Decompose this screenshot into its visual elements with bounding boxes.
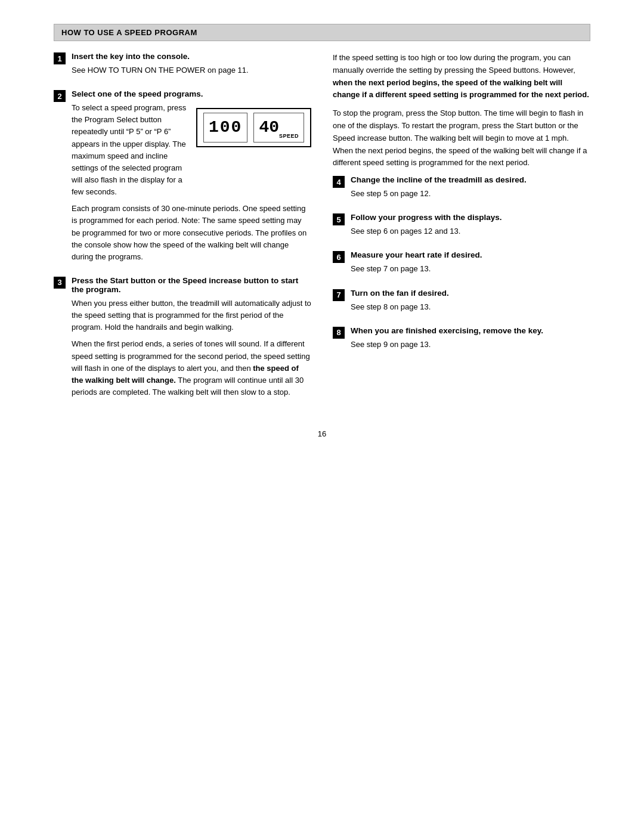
step-3-body: When you press either button, the treadm… bbox=[72, 298, 311, 398]
step-4-para: See step 5 on page 12. bbox=[351, 188, 590, 200]
step-2-body: To select a speed program, press the Pro… bbox=[72, 102, 311, 263]
step-2-title: Select one of the speed programs. bbox=[72, 89, 311, 98]
step-4: 4 Change the incline of the treadmill as… bbox=[333, 175, 590, 205]
step-3-content: Press the Start button or the Speed incr… bbox=[72, 276, 311, 403]
step-5-number: 5 bbox=[333, 213, 345, 225]
step-7: 7 Turn on the fan if desired. See step 8… bbox=[333, 289, 590, 318]
step-1-para: See HOW TO TURN ON THE POWER on page 11. bbox=[72, 64, 311, 76]
page: HOW TO USE A SPEED PROGRAM 1 Insert the … bbox=[54, 0, 590, 474]
step-3: 3 Press the Start button or the Speed in… bbox=[54, 276, 311, 403]
right-bold-1: when the next period begins, the speed o… bbox=[333, 78, 589, 100]
two-column-layout: 1 Insert the key into the console. See H… bbox=[54, 52, 590, 411]
display-illustration: 100 40 SPEED bbox=[196, 108, 311, 147]
step-8-body: See step 9 on page 13. bbox=[351, 339, 590, 351]
step-6-content: Measure your heart rate if desired. See … bbox=[351, 250, 590, 280]
step-7-para: See step 8 on page 13. bbox=[351, 301, 590, 313]
step-5-title: Follow your progress with the displays. bbox=[351, 213, 590, 222]
page-number: 16 bbox=[54, 429, 590, 438]
step-2-intro: To select a speed program, press the Pro… bbox=[72, 102, 187, 198]
step-8-para: See step 9 on page 13. bbox=[351, 339, 590, 351]
step-5-para: See step 6 on pages 12 and 13. bbox=[351, 225, 590, 237]
step-1-body: See HOW TO TURN ON THE POWER on page 11. bbox=[72, 64, 311, 76]
right-column: If the speed setting is too high or too … bbox=[333, 52, 590, 411]
step-2-content: Select one of the speed programs. To sel… bbox=[72, 89, 311, 268]
step-2: 2 Select one of the speed programs. To s… bbox=[54, 89, 311, 268]
step-5-content: Follow your progress with the displays. … bbox=[351, 213, 590, 242]
step-1-content: Insert the key into the console. See HOW… bbox=[72, 52, 311, 81]
step-2-inner: To select a speed program, press the Pro… bbox=[72, 102, 311, 203]
step-8-content: When you are finished exercising, remove… bbox=[351, 326, 590, 355]
step-2-text: To select a speed program, press the Pro… bbox=[72, 102, 187, 203]
step-6-body: See step 7 on page 13. bbox=[351, 263, 590, 275]
step-7-body: See step 8 on page 13. bbox=[351, 301, 590, 313]
step-3-para1: When you press either button, the treadm… bbox=[72, 298, 311, 333]
step-2-number: 2 bbox=[54, 90, 66, 102]
section-header-title: HOW TO USE A SPEED PROGRAM bbox=[61, 28, 197, 37]
step-3-title: Press the Start button or the Speed incr… bbox=[72, 276, 311, 294]
step-6: 6 Measure your heart rate if desired. Se… bbox=[333, 250, 590, 280]
step-5: 5 Follow your progress with the displays… bbox=[333, 213, 590, 242]
step-8-number: 8 bbox=[333, 327, 345, 339]
right-intro-para: If the speed setting is too high or too … bbox=[333, 52, 590, 101]
step-7-content: Turn on the fan if desired. See step 8 o… bbox=[351, 289, 590, 318]
step-1-title: Insert the key into the console. bbox=[72, 52, 311, 61]
step-6-number: 6 bbox=[333, 251, 345, 263]
step-1-number: 1 bbox=[54, 52, 66, 64]
display-right: 40 SPEED bbox=[253, 113, 304, 142]
display-right-num: 40 bbox=[259, 114, 279, 140]
step-4-body: See step 5 on page 12. bbox=[351, 188, 590, 200]
step-7-number: 7 bbox=[333, 289, 345, 301]
step-3-para2: When the first period ends, a series of … bbox=[72, 338, 311, 398]
display-left: 100 bbox=[203, 113, 247, 142]
step-6-title: Measure your heart rate if desired. bbox=[351, 250, 590, 259]
step-3-number: 3 bbox=[54, 277, 66, 289]
step-4-content: Change the incline of the treadmill as d… bbox=[351, 175, 590, 205]
display-speed-label: SPEED bbox=[279, 132, 299, 141]
section-header: HOW TO USE A SPEED PROGRAM bbox=[54, 24, 590, 41]
left-column: 1 Insert the key into the console. See H… bbox=[54, 52, 311, 411]
step-4-title: Change the incline of the treadmill as d… bbox=[351, 175, 590, 184]
right-stop-para: To stop the program, press the Stop butt… bbox=[333, 107, 590, 169]
step-5-body: See step 6 on pages 12 and 13. bbox=[351, 225, 590, 237]
step-7-title: Turn on the fan if desired. bbox=[351, 289, 590, 298]
step-8-title: When you are finished exercising, remove… bbox=[351, 326, 590, 335]
step-8: 8 When you are finished exercising, remo… bbox=[333, 326, 590, 355]
step-4-number: 4 bbox=[333, 176, 345, 188]
step-6-para: See step 7 on page 13. bbox=[351, 263, 590, 275]
step-3-bold: the speed of the walking belt will chang… bbox=[72, 364, 299, 385]
step-1: 1 Insert the key into the console. See H… bbox=[54, 52, 311, 81]
step-2-para2: Each program consists of 30 one-minute p… bbox=[72, 203, 311, 263]
